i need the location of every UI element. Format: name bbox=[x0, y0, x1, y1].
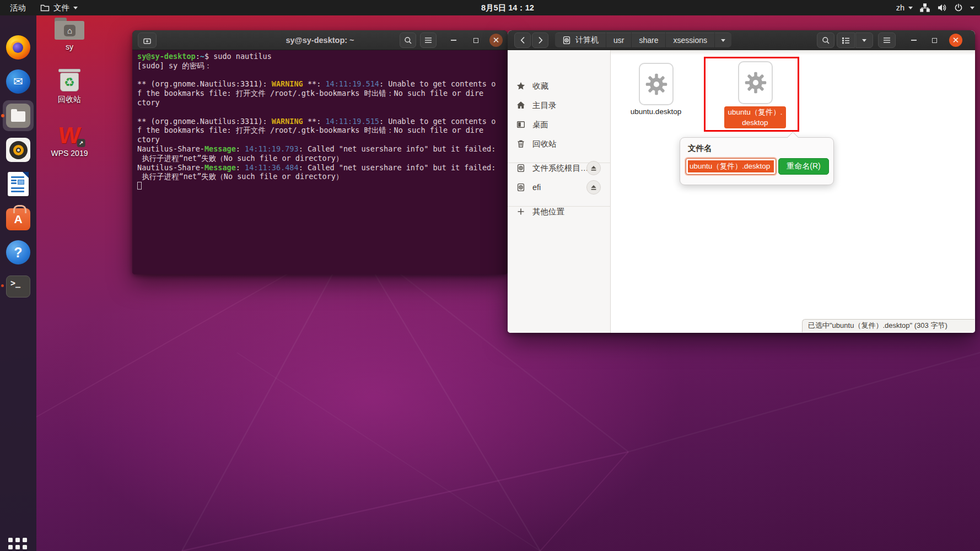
terminal-line: ** (org.gnome.Nautilus:3311): WARNING **… bbox=[137, 79, 507, 89]
clock[interactable]: 8月5日 14：12 bbox=[481, 0, 534, 15]
terminal-text-segment: Message bbox=[204, 144, 236, 153]
terminal-text-segment: Nautilus-Share- bbox=[137, 144, 204, 153]
rename-popover: 文件名 ubuntu（复件）.desktop 重命名(R) bbox=[680, 137, 834, 185]
terminal-text-segment: Message bbox=[204, 163, 236, 172]
path-segment-xsessions[interactable]: xsessions bbox=[666, 33, 714, 48]
desktop-icon-trash[interactable]: ♻ 回收站 bbox=[46, 69, 93, 105]
terminal-line: ** (org.gnome.Nautilus:3311): WARNING **… bbox=[137, 117, 507, 126]
disk-icon bbox=[562, 36, 571, 45]
path-segment-label: usr bbox=[613, 36, 624, 45]
dock-item-files[interactable] bbox=[6, 104, 30, 128]
view-options-dropdown[interactable] bbox=[855, 33, 873, 48]
app-menu[interactable]: 文件 bbox=[40, 0, 78, 15]
desktop-icon-label: sy bbox=[46, 42, 93, 51]
show-applications-button[interactable] bbox=[8, 538, 28, 551]
files-maximize-button[interactable] bbox=[929, 35, 939, 46]
files-close-button[interactable]: ✕ bbox=[949, 34, 962, 47]
files-headerbar[interactable]: 计算机usrsharexsessions ✕ bbox=[508, 30, 975, 50]
path-segment-share[interactable]: share bbox=[632, 33, 665, 48]
terminal-text-segment: ctory bbox=[137, 135, 160, 144]
terminal-maximize-button[interactable] bbox=[471, 35, 481, 46]
file-label[interactable]: ubuntu.desktop bbox=[617, 107, 694, 116]
dock-item-libreoffice-writer[interactable] bbox=[6, 172, 30, 196]
dock-item-terminal[interactable]: >_ bbox=[6, 274, 30, 299]
terminal-line bbox=[137, 71, 507, 80]
rename-input[interactable]: ubuntu（复件）.desktop bbox=[686, 158, 776, 175]
trash-icon bbox=[516, 139, 525, 148]
desktop-icon-label: 回收站 bbox=[46, 95, 93, 105]
chevron-down-icon[interactable] bbox=[970, 7, 974, 9]
files-window: 计算机usrsharexsessions ✕ bbox=[508, 30, 975, 333]
terminal-close-button[interactable]: ✕ bbox=[489, 34, 503, 47]
input-method-label: zh bbox=[896, 3, 904, 12]
terminal-output[interactable]: sy@sy-desktop:~$ sudo nautilus[sudo] sy … bbox=[132, 51, 508, 274]
sidebar-item-desktop[interactable]: 桌面 bbox=[508, 115, 611, 134]
disk-icon bbox=[516, 183, 525, 192]
desktop-icon-home-sy[interactable]: ⌂ sy bbox=[46, 18, 93, 51]
files-content[interactable]: ubuntu.desktop ubuntu（复件）. desktop bbox=[611, 50, 975, 333]
terminal-text-segment: 14:11:36.484 bbox=[245, 163, 299, 172]
shortcut-arrow-emblem: ↗ bbox=[77, 139, 85, 147]
terminal-text-segment: WARNING bbox=[272, 117, 303, 126]
terminal-text-segment: 14:11:19.793 bbox=[245, 144, 299, 153]
chevron-down-icon bbox=[73, 7, 78, 9]
sidebar-item-home[interactable]: 主目录 bbox=[508, 96, 611, 115]
eject-button[interactable] bbox=[586, 180, 601, 195]
path-segment-usr[interactable]: usr bbox=[606, 33, 631, 48]
sidebar-item-trash[interactable]: 回收站 bbox=[508, 134, 611, 153]
volume-icon[interactable] bbox=[937, 3, 947, 12]
files-minimize-button[interactable] bbox=[909, 35, 919, 46]
help-icon: ? bbox=[6, 240, 30, 264]
sidebar-item-label: 回收站 bbox=[532, 139, 557, 149]
popover-arrow bbox=[787, 132, 799, 143]
input-method-indicator[interactable]: zh bbox=[896, 0, 913, 15]
terminal-search-button[interactable] bbox=[400, 33, 416, 48]
dock-item-rhythmbox[interactable] bbox=[6, 138, 30, 162]
desktop-icon bbox=[516, 120, 525, 129]
eject-button[interactable] bbox=[586, 161, 601, 175]
activities-button[interactable]: 活动 bbox=[10, 0, 26, 15]
terminal-line: ctory bbox=[137, 135, 507, 144]
dock: ✉ A ? >_ bbox=[0, 15, 36, 551]
sidebar-item-other-locations[interactable]: 其他位置 bbox=[508, 202, 611, 221]
dock-item-ubuntu-software[interactable]: A bbox=[6, 206, 30, 230]
power-icon[interactable] bbox=[954, 3, 963, 12]
terminal-running-indicator bbox=[1, 284, 4, 287]
terminal-text-segment: ctory bbox=[137, 98, 160, 107]
sidebar-item-efi[interactable]: efi bbox=[508, 178, 611, 197]
firefox-icon bbox=[6, 35, 30, 60]
path-segment-计算机[interactable]: 计算机 bbox=[555, 33, 606, 48]
terminal-titlebar[interactable]: sy@sy-desktop: ~ ✕ bbox=[132, 30, 508, 50]
forward-button[interactable] bbox=[532, 33, 548, 48]
dock-item-thunderbird[interactable]: ✉ bbox=[6, 69, 30, 94]
files-running-indicator bbox=[1, 114, 4, 117]
terminal-text-segment: : bbox=[236, 144, 245, 153]
sidebar-item-starred[interactable]: 收藏 bbox=[508, 77, 611, 95]
terminal-menu-button[interactable] bbox=[420, 33, 437, 48]
sidebar-item-label: 桌面 bbox=[532, 120, 548, 130]
back-button[interactable] bbox=[514, 33, 531, 48]
file-ubuntu-desktop[interactable] bbox=[639, 63, 674, 105]
terminal-text-segment: : bbox=[236, 163, 245, 172]
rename-button[interactable]: 重命名(R) bbox=[778, 158, 829, 175]
chevron-down-icon bbox=[862, 39, 866, 42]
star-icon bbox=[516, 82, 525, 90]
terminal-line: [sudo] sy 的密码： bbox=[137, 61, 507, 71]
terminal-text-segment: ** (org.gnome.Nautilus:3311): bbox=[137, 117, 272, 126]
terminal-line bbox=[137, 107, 507, 117]
view-list-button[interactable] bbox=[837, 33, 855, 48]
files-menu-button[interactable] bbox=[878, 33, 896, 48]
terminal-text-segment: : Unable to get contents o bbox=[379, 79, 496, 88]
terminal-minimize-button[interactable] bbox=[449, 35, 459, 46]
terminal-line: 执行子进程“net”失败（No such file or directory） bbox=[137, 172, 507, 181]
sidebar-item-filesystem-root[interactable]: 文件系统根目… bbox=[508, 159, 611, 177]
network-icon[interactable] bbox=[920, 3, 930, 12]
terminal-text-segment: 执行子进程“net”失败（No such file or directory） bbox=[137, 172, 343, 181]
desktop-icon-wps[interactable]: W ↗ WPS 2019 bbox=[46, 126, 93, 158]
dock-item-firefox[interactable] bbox=[6, 35, 30, 60]
search-button[interactable] bbox=[817, 33, 834, 48]
terminal-text-segment: ** (org.gnome.Nautilus:3311): bbox=[137, 79, 272, 88]
path-dropdown-button[interactable] bbox=[715, 33, 731, 48]
dock-item-help[interactable]: ? bbox=[6, 240, 30, 264]
terminal-line: Nautilus-Share-Message: 14:11:19.793: Ca… bbox=[137, 144, 507, 154]
